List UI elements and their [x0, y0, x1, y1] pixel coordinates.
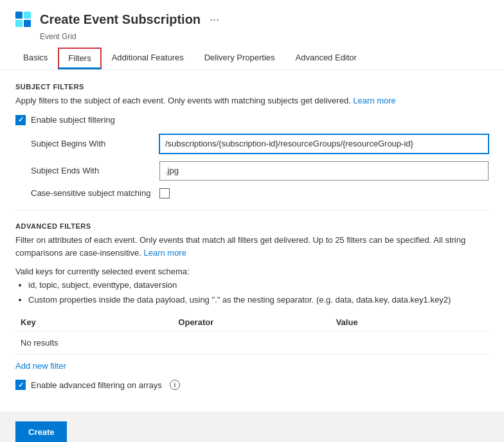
table-header: Key Operator Value: [15, 314, 489, 332]
tab-delivery-properties[interactable]: Delivery Properties: [194, 48, 285, 69]
checkmark-icon: ✓: [18, 116, 24, 123]
subject-begins-with-input[interactable]: [159, 134, 489, 154]
event-grid-icon: [13, 9, 33, 30]
valid-keys-info: Valid keys for currently selected event …: [15, 267, 489, 306]
svg-rect-1: [24, 12, 31, 19]
page-wrapper: Create Event Subscription ··· Event Grid…: [0, 0, 504, 442]
tab-basics[interactable]: Basics: [13, 48, 58, 69]
valid-keys-item-1: id, topic, subject, eventtype, dataversi…: [28, 279, 489, 292]
enable-subject-filtering-row: ✓ Enable subject filtering: [15, 115, 489, 125]
footer: Create: [0, 412, 504, 442]
svg-rect-3: [24, 20, 31, 27]
subject-filters-learn-more[interactable]: Learn more: [353, 96, 395, 105]
case-sensitive-label: Case-sensitive subject matching: [31, 188, 159, 198]
page-subtitle: Event Grid: [40, 32, 491, 41]
more-options-icon[interactable]: ···: [210, 13, 219, 26]
valid-keys-list: id, topic, subject, eventtype, dataversi…: [28, 279, 489, 306]
advanced-filters-learn-more[interactable]: Learn more: [143, 248, 186, 258]
svg-rect-0: [15, 12, 22, 19]
arrays-checkmark-icon: ✓: [18, 382, 24, 389]
advanced-filters-table: Key Operator Value No results: [15, 314, 489, 355]
tab-filters[interactable]: Filters: [58, 48, 101, 69]
advanced-filters-section: ADVANCED FILTERS Filter on attributes of…: [15, 222, 489, 391]
advanced-filters-title: ADVANCED FILTERS: [15, 222, 489, 230]
add-new-filter-link[interactable]: Add new filter: [15, 361, 66, 371]
table-body: No results: [15, 332, 489, 355]
subject-ends-with-input[interactable]: [159, 161, 489, 181]
page-title: Create Event Subscription: [40, 12, 201, 27]
valid-keys-item-2: Custom properties inside the data payloa…: [28, 294, 489, 306]
section-divider: [15, 210, 489, 211]
case-sensitive-row: Case-sensitive subject matching: [31, 188, 489, 199]
col-key: Key: [15, 317, 173, 327]
subject-filters-description: Apply filters to the subject of each eve…: [15, 94, 489, 107]
tab-advanced-editor[interactable]: Advanced Editor: [285, 48, 367, 69]
svg-rect-2: [15, 20, 22, 27]
subject-begins-with-row: Subject Begins With: [31, 134, 489, 154]
tabs-container: Basics Filters Additional Features Deliv…: [13, 48, 491, 69]
enable-subject-filtering-checkbox[interactable]: ✓: [15, 115, 26, 125]
header-top: Create Event Subscription ···: [13, 9, 491, 30]
content-area: SUBJECT FILTERS Apply filters to the sub…: [0, 70, 504, 412]
subject-ends-with-row: Subject Ends With: [31, 161, 489, 181]
enable-arrays-checkbox[interactable]: ✓: [15, 380, 26, 390]
subject-filters-title: SUBJECT FILTERS: [15, 83, 489, 91]
subject-filters-section: SUBJECT FILTERS Apply filters to the sub…: [15, 83, 489, 199]
advanced-filters-description: Filter on attributes of each event. Only…: [15, 234, 489, 261]
no-results-row: No results: [15, 332, 489, 354]
col-operator: Operator: [173, 317, 330, 327]
enable-arrays-label: Enable advanced filtering on arrays: [31, 380, 162, 390]
col-value: Value: [331, 317, 489, 327]
subject-ends-with-label: Subject Ends With: [31, 166, 159, 175]
create-button[interactable]: Create: [15, 421, 67, 442]
case-sensitive-checkbox[interactable]: [159, 188, 170, 199]
subject-begins-with-label: Subject Begins With: [31, 139, 159, 148]
enable-subject-filtering-label: Enable subject filtering: [31, 115, 115, 125]
header: Create Event Subscription ··· Event Grid…: [0, 0, 504, 70]
tab-additional-features[interactable]: Additional Features: [102, 48, 194, 69]
enable-arrays-row: ✓ Enable advanced filtering on arrays i: [15, 380, 489, 390]
arrays-info-icon[interactable]: i: [170, 380, 180, 390]
